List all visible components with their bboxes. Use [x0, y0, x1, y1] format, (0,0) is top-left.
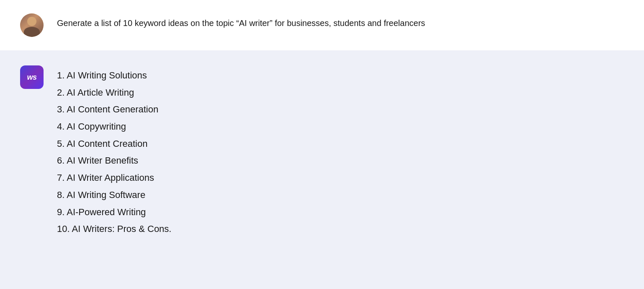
ai-response-content: 1. AI Writing Solutions2. AI Article Wri… — [57, 65, 171, 238]
list-item: 7. AI Writer Applications — [57, 169, 171, 187]
list-item: 3. AI Content Generation — [57, 101, 171, 118]
avatar — [20, 13, 44, 37]
list-item: 10. AI Writers: Pros & Cons. — [57, 221, 171, 238]
list-item: 4. AI Copywriting — [57, 118, 171, 135]
ai-response-block: ws 1. AI Writing Solutions2. AI Article … — [0, 50, 644, 289]
user-message-text: Generate a list of 10 keyword ideas on t… — [57, 13, 425, 29]
list-item: 8. AI Writing Software — [57, 187, 171, 204]
user-message-block: Generate a list of 10 keyword ideas on t… — [0, 0, 644, 50]
ai-avatar-label: ws — [27, 73, 36, 82]
list-item: 1. AI Writing Solutions — [57, 67, 171, 84]
list-item: 9. AI-Powered Writing — [57, 204, 171, 221]
list-item: 6. AI Writer Benefits — [57, 152, 171, 169]
ai-avatar: ws — [20, 65, 44, 89]
user-avatar-image — [20, 13, 44, 37]
list-item: 2. AI Article Writing — [57, 84, 171, 102]
keyword-list: 1. AI Writing Solutions2. AI Article Wri… — [57, 67, 171, 238]
list-item: 5. AI Content Creation — [57, 135, 171, 153]
